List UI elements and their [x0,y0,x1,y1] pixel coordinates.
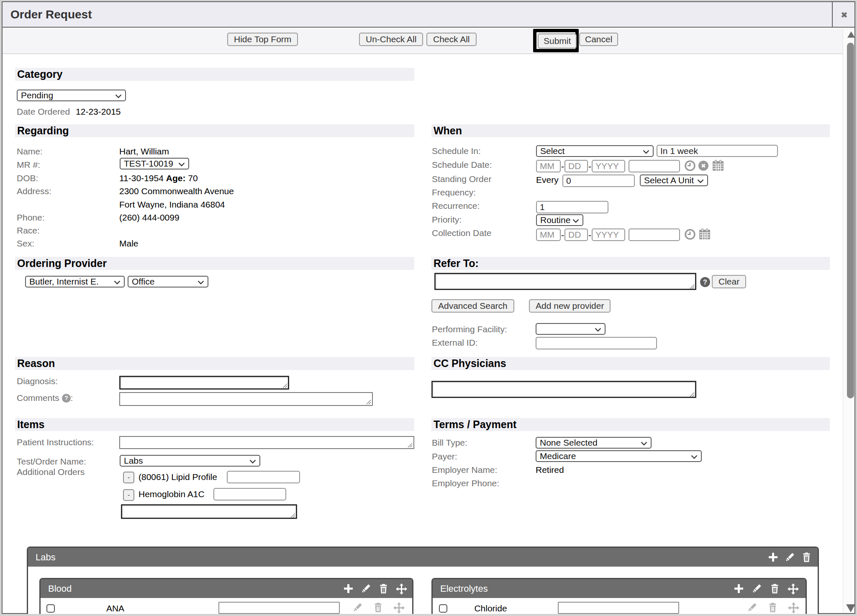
dob-line: 11-30-1954 Age: 70 [119,172,198,185]
clock-icon[interactable] [685,160,695,171]
edit-icon[interactable] [747,602,757,613]
test-checkbox[interactable] [439,604,447,613]
check-all-button[interactable]: Check All [426,33,477,46]
provider-location-select[interactable]: Office [128,276,208,287]
terms-payment-heading: Terms / Payment [434,418,516,430]
chevron-down-icon [249,459,256,464]
name-label: Name: [17,145,43,158]
delete-icon[interactable] [801,552,812,562]
regarding-section-header: Regarding [15,124,414,137]
scrollbar[interactable] [843,28,854,613]
payer-select[interactable]: Medicare [536,450,702,462]
recurrence-input[interactable] [536,201,608,213]
additional-order-note-input[interactable] [121,504,297,519]
priority-select[interactable]: Routine [536,214,583,226]
recurrence-label: Recurrence: [432,199,480,212]
patient-instructions-input[interactable] [119,436,414,449]
remove-order-button[interactable]: - [123,489,134,501]
unit-select[interactable]: Select A Unit [640,175,708,186]
help-icon[interactable]: ? [62,394,71,403]
edit-icon[interactable] [752,583,762,594]
add-new-provider-button[interactable]: Add new provider [529,299,611,313]
ordering-provider-section-header: Ordering Provider [15,257,414,270]
employer-phone-label: Employer Phone: [432,477,499,490]
clear-date-icon[interactable] [698,160,709,171]
add-icon[interactable] [734,583,744,594]
performing-facility-select[interactable] [536,323,606,335]
add-icon[interactable] [343,583,354,594]
priority-select-value: Routine [540,215,570,225]
sex-label: Sex: [17,237,34,250]
external-id-input[interactable] [536,337,657,349]
order-item-input[interactable] [227,471,300,483]
move-icon[interactable] [393,602,405,613]
schedule-in-text-input[interactable] [657,145,778,157]
delete-icon[interactable] [767,602,778,613]
advanced-search-button[interactable]: Advanced Search [431,299,514,313]
every-input[interactable] [562,175,635,187]
remove-order-button[interactable]: - [123,472,134,483]
refer-to-input[interactable] [434,273,696,290]
collection-date-time-input[interactable] [629,228,680,241]
terms-payment-section-header: Terms / Payment [431,418,830,431]
help-icon[interactable]: ? [700,277,710,287]
date-ordered-value: 12-23-2015 [76,107,121,116]
collection-date-dd-input[interactable] [564,228,588,241]
calendar-icon[interactable] [698,228,711,240]
schedule-date-dd-input[interactable] [564,160,588,172]
test-value-input[interactable] [218,602,340,614]
delete-icon[interactable] [373,602,383,613]
edit-icon[interactable] [352,602,363,613]
diagnosis-input[interactable] [119,376,289,390]
edit-icon[interactable] [361,583,371,594]
dialog-title: Order Request [10,2,92,27]
schedule-in-select[interactable]: Select [536,145,654,157]
refer-to-heading: Refer To: [434,257,479,269]
delete-icon[interactable] [378,583,389,594]
uncheck-all-button[interactable]: Un-Check All [359,33,423,46]
schedule-date-yyyy-input[interactable] [592,160,625,172]
schedule-date-time-input[interactable] [629,160,680,172]
ordering-provider-select[interactable]: Butler, Internist E. [25,276,125,287]
collection-date-mm-input[interactable] [536,228,561,241]
reason-heading: Reason [17,357,55,369]
bill-type-select-value: None Selected [540,438,598,447]
unit-select-value: Select A Unit [644,175,694,185]
move-icon[interactable] [396,583,407,595]
add-icon[interactable] [768,552,778,562]
collection-date-label: Collection Date [432,226,491,239]
scrollbar-up-arrow[interactable] [847,31,855,38]
clock-icon[interactable] [685,229,695,240]
scrollbar-down-arrow[interactable] [846,604,855,612]
close-button[interactable] [832,2,854,27]
category-select[interactable]: Pending [17,90,126,101]
frequency-label: Frequency: [432,186,476,199]
cc-physicians-input[interactable] [431,381,696,398]
date-ordered-line: Date Ordered 12-23-2015 [17,105,121,118]
every-label: Every [536,173,559,186]
clear-button[interactable]: Clear [712,275,746,288]
schedule-date-mm-input[interactable] [536,160,561,172]
scrollbar-thumb[interactable] [847,43,854,398]
mr-select[interactable]: TEST-10019 [120,158,189,169]
refer-to-section-header: Refer To: [431,257,830,270]
regarding-heading: Regarding [17,125,69,136]
move-icon[interactable] [788,602,799,613]
employer-name-value: Retired [536,463,564,476]
bill-type-select[interactable]: None Selected [536,437,652,449]
order-item-input[interactable] [213,488,286,501]
edit-icon[interactable] [785,552,795,562]
cancel-button[interactable]: Cancel [579,33,618,46]
collection-date-yyyy-input[interactable] [592,228,625,241]
test-order-select[interactable]: Labs [120,455,260,467]
submit-button[interactable]: Submit [538,33,577,49]
calendar-icon[interactable] [712,159,724,172]
delete-icon[interactable] [770,583,780,594]
test-value-input[interactable] [558,602,679,614]
page-background-strip [0,614,857,616]
move-icon[interactable] [788,583,799,595]
additional-orders-label: Additional Orders [17,465,85,478]
hide-top-form-button[interactable]: Hide Top Form [227,33,298,46]
resize-grip-icon [407,442,413,448]
comments-input[interactable] [119,392,373,406]
